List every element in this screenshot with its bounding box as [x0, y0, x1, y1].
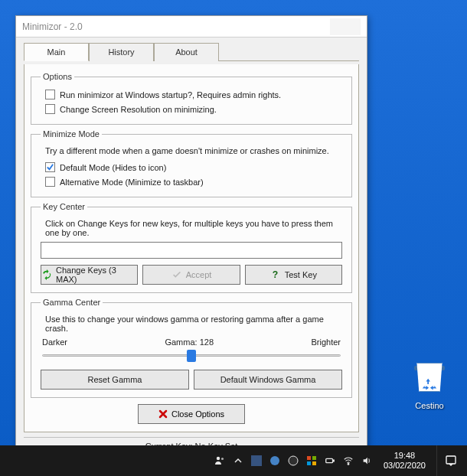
- accept-label: Accept: [186, 270, 212, 279]
- alt-mode-checkbox[interactable]: [45, 177, 55, 187]
- tray-app-icon-1[interactable]: [250, 455, 263, 467]
- desktop-icon-cestino[interactable]: Cestino: [406, 357, 453, 410]
- question-icon: ?: [270, 269, 281, 280]
- tab-strip: Main History About: [24, 42, 359, 61]
- system-tray: 19:48 03/02/2020: [211, 445, 467, 476]
- svg-rect-12: [446, 456, 456, 464]
- startup-checkbox[interactable]: [45, 90, 55, 99]
- svg-text:?: ?: [272, 269, 277, 280]
- clock-date: 03/02/2020: [384, 461, 426, 471]
- svg-rect-7: [312, 456, 316, 460]
- svg-point-1: [217, 457, 220, 460]
- svg-rect-9: [312, 461, 316, 465]
- key-button-row: Change Keys (3 MAX) Accept ? Test Key: [41, 265, 342, 285]
- svg-point-11: [348, 464, 349, 465]
- gamma-center-group: Gamma Center Use this to change your win…: [31, 298, 352, 398]
- svg-point-4: [270, 456, 279, 465]
- close-options-row: Close Options: [31, 404, 352, 424]
- check-icon: [171, 269, 182, 280]
- window-title: Minimizor - 2.0: [22, 21, 83, 32]
- minimize-mode-group: Minimize Mode Try a different mode when …: [31, 129, 352, 197]
- gamma-legend: Gamma Center: [41, 298, 103, 307]
- cestino-label: Cestino: [406, 401, 453, 410]
- options-group: Options Run minimizor at Windows startup…: [31, 72, 352, 125]
- test-key-button[interactable]: ? Test Key: [245, 265, 342, 285]
- resolution-label[interactable]: Change Screen Resolution on minimizing.: [60, 105, 217, 114]
- window-body: Main History About Options Run minimizor…: [16, 37, 367, 461]
- gamma-brighter-label: Brighter: [311, 337, 341, 347]
- taskbar[interactable]: 19:48 03/02/2020: [0, 445, 467, 476]
- gamma-slider[interactable]: [42, 348, 341, 362]
- taskbar-clock[interactable]: 19:48 03/02/2020: [379, 451, 430, 471]
- gamma-note: Use this to change your windows gamma or…: [45, 315, 342, 333]
- change-keys-button[interactable]: Change Keys (3 MAX): [41, 265, 138, 285]
- accept-button[interactable]: Accept: [142, 265, 240, 285]
- gamma-darker-label: Darker: [42, 337, 67, 347]
- recycle-bin-icon: [413, 363, 446, 399]
- window-close-button[interactable]: [330, 18, 361, 35]
- resolution-checkbox[interactable]: [45, 104, 55, 114]
- startup-label[interactable]: Run minimizor at Windows startup?, Requi…: [60, 90, 281, 99]
- clock-time: 19:48: [384, 451, 426, 461]
- default-mode-row: Default Mode (Hides to icon): [45, 160, 342, 174]
- titlebar[interactable]: Minimizor - 2.0: [16, 16, 367, 37]
- default-gamma-label: Default Windows Gamma: [220, 375, 316, 384]
- key-center-note: Click on Change Keys for new keys, for m…: [45, 219, 342, 237]
- close-options-label: Close Options: [171, 409, 224, 419]
- default-mode-label[interactable]: Default Mode (Hides to icon): [60, 163, 166, 172]
- default-mode-checkbox[interactable]: [45, 162, 55, 172]
- gamma-labels: Darker Gamma: 128 Brighter: [42, 337, 341, 347]
- svg-point-5: [289, 456, 298, 465]
- chevron-up-icon[interactable]: [232, 455, 244, 467]
- minimizor-window: Minimizor - 2.0 Main History About Optio…: [15, 15, 367, 461]
- close-icon: [158, 409, 168, 419]
- startup-row: Run minimizor at Windows startup?, Requi…: [45, 87, 342, 102]
- tab-about[interactable]: About: [154, 43, 219, 61]
- tray-app-icon-2[interactable]: [269, 455, 281, 467]
- volume-icon[interactable]: [361, 455, 373, 467]
- notifications-icon[interactable]: [436, 445, 464, 476]
- svg-rect-10: [326, 458, 333, 462]
- reset-gamma-label: Reset Gamma: [88, 375, 142, 384]
- gamma-button-row: Reset Gamma Default Windows Gamma: [41, 370, 342, 390]
- minimize-note: Try a different mode when a game doesn't…: [45, 146, 342, 155]
- svg-rect-8: [307, 461, 311, 465]
- tab-history[interactable]: History: [89, 43, 154, 61]
- gamma-value-label: Gamma: 128: [165, 337, 214, 347]
- tab-main[interactable]: Main: [24, 43, 89, 61]
- resolution-row: Change Screen Resolution on minimizing.: [45, 102, 342, 116]
- minimize-legend: Minimize Mode: [41, 129, 102, 139]
- alt-mode-row: Alternative Mode (Minimize to taskbar): [45, 174, 342, 189]
- key-center-legend: Key Center: [41, 202, 87, 211]
- svg-rect-6: [307, 456, 311, 460]
- close-options-button[interactable]: Close Options: [138, 404, 245, 424]
- default-gamma-button[interactable]: Default Windows Gamma: [194, 370, 342, 390]
- tab-panel-main: Options Run minimizor at Windows startup…: [24, 64, 359, 432]
- options-legend: Options: [41, 72, 74, 81]
- reset-gamma-button[interactable]: Reset Gamma: [41, 370, 189, 390]
- people-icon[interactable]: [214, 455, 226, 467]
- wifi-icon[interactable]: [342, 455, 354, 467]
- gamma-thumb[interactable]: [187, 350, 196, 362]
- svg-rect-3: [251, 455, 262, 466]
- svg-point-2: [221, 458, 224, 460]
- tray-app-icon-3[interactable]: [287, 455, 299, 467]
- refresh-icon: [41, 269, 52, 280]
- test-key-label: Test Key: [285, 270, 317, 279]
- alt-mode-label[interactable]: Alternative Mode (Minimize to taskbar): [60, 178, 204, 187]
- power-icon[interactable]: [324, 455, 336, 467]
- key-center-group: Key Center Click on Change Keys for new …: [31, 202, 352, 293]
- change-keys-label: Change Keys (3 MAX): [56, 266, 137, 284]
- windows-security-icon[interactable]: [305, 455, 318, 467]
- key-input[interactable]: [41, 242, 342, 259]
